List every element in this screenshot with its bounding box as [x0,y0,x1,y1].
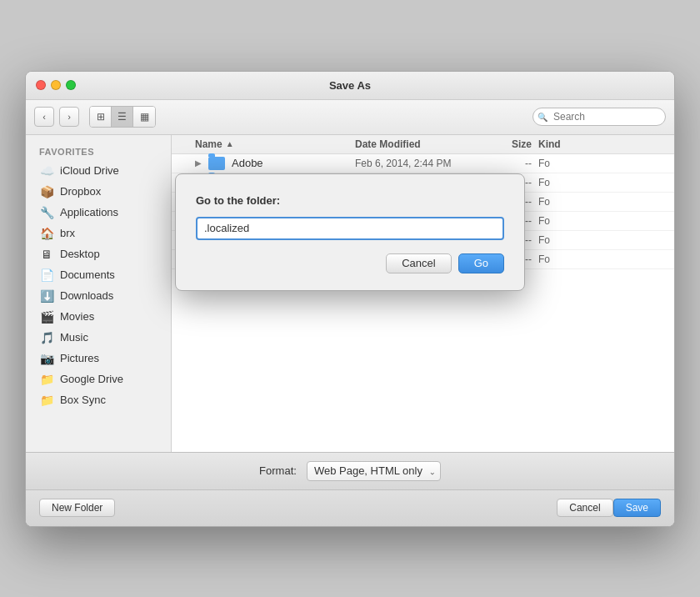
col-header-date[interactable]: Date Modified [355,138,488,150]
sidebar-section-label: Favorites [26,143,171,160]
goto-folder-modal: Go to the folder: Cancel Go [175,173,525,291]
format-select[interactable]: Web Page, HTML onlyWeb Page, CompleteWeb… [307,461,441,481]
sidebar-item-label: Movies [60,310,94,323]
sidebar-item-label: Downloads [60,289,113,302]
sidebar-icon: 📄 [39,268,54,283]
search-wrap [532,108,666,126]
minimize-button[interactable] [51,80,61,90]
list-view-button[interactable]: ☰ [112,107,133,127]
file-name: ▶ Adobe [172,157,355,170]
titlebar: Save As [26,72,674,100]
sidebar-item-brx[interactable]: 🏠 brx [29,223,168,243]
folder-path-input[interactable] [196,217,504,240]
sidebar-item-label: brx [60,227,75,239]
sidebar-item-label: Box Sync [60,394,106,406]
sidebar-item-label: Desktop [60,248,100,260]
sidebar-item-desktop[interactable]: 🖥 Desktop [29,244,168,264]
file-kind: Fo [538,177,588,188]
search-input[interactable] [532,108,666,126]
format-bar: Format: Web Page, HTML onlyWeb Page, Com… [26,452,674,489]
sidebar-item-pictures[interactable]: 📷 Pictures [29,349,168,369]
format-label: Format: [259,464,297,477]
sidebar-item-label: iCloud Drive [60,164,119,177]
format-select-wrap: Web Page, HTML onlyWeb Page, CompleteWeb… [307,461,441,481]
file-date: Feb 6, 2014, 2:44 PM [355,158,488,169]
sidebar-icon: ☁️ [39,163,54,178]
view-buttons: ⊞ ☰ ▦ [89,106,156,128]
cancel-button[interactable]: Cancel [557,499,612,517]
sidebar: Favorites ☁️ iCloud Drive 📦 Dropbox 🔧 Ap… [26,135,172,452]
table-row[interactable]: ▶ Adobe Feb 6, 2014, 2:44 PM -- Fo [172,154,674,173]
sidebar-icon: 📦 [39,184,54,199]
sidebar-item-label: Pictures [60,352,99,364]
col-header-kind[interactable]: Kind [538,138,588,150]
new-folder-button[interactable]: New Folder [39,499,115,517]
sort-arrow: ▲ [226,139,234,148]
file-kind: Fo [538,196,588,208]
file-kind: Fo [538,253,588,265]
file-list-header: Name ▲ Date Modified Size Kind [172,135,674,154]
sidebar-item-movies[interactable]: 🎬 Movies [29,307,168,327]
sidebar-item-label: Music [60,331,88,344]
back-button[interactable]: ‹ [34,107,54,127]
column-view-button[interactable]: ▦ [133,107,155,127]
modal-cancel-button[interactable]: Cancel [386,253,451,273]
sidebar-item-label: Google Drive [60,373,123,385]
save-as-window: Save As ‹ › ⊞ ☰ ▦ Favorites ☁️ iCloud Dr… [25,71,675,527]
sidebar-icon: 📷 [39,351,54,366]
sidebar-icon: 🎵 [39,330,54,345]
sidebar-item-dropbox[interactable]: 📦 Dropbox [29,182,168,202]
sidebar-icon: 🏠 [39,226,54,241]
close-button[interactable] [36,80,46,90]
sidebar-icon: 📁 [39,372,54,387]
save-button[interactable]: Save [613,499,661,517]
sidebar-item-label: Dropbox [60,185,101,198]
toolbar: ‹ › ⊞ ☰ ▦ [26,100,674,135]
sidebar-item-applications[interactable]: 🔧 Applications [29,203,168,223]
modal-go-button[interactable]: Go [458,253,504,273]
sidebar-item-documents[interactable]: 📄 Documents [29,265,168,285]
file-size: -- [488,158,538,169]
sidebar-icon: 🔧 [39,205,54,220]
sidebar-item-label: Documents [60,268,115,281]
sidebar-item-downloads[interactable]: ⬇️ Downloads [29,286,168,306]
sidebar-item-icloud-drive[interactable]: ☁️ iCloud Drive [29,161,168,181]
traffic-lights [36,80,76,90]
modal-title: Go to the folder: [196,194,504,207]
sidebar-icon: ⬇️ [39,288,54,304]
file-kind: Fo [538,215,588,227]
file-kind: Fo [538,158,588,169]
sidebar-icon: 🎬 [39,309,54,324]
sidebar-item-music[interactable]: 🎵 Music [29,328,168,348]
icon-view-button[interactable]: ⊞ [90,107,112,127]
col-header-size[interactable]: Size [488,138,538,150]
maximize-button[interactable] [66,80,76,90]
sidebar-item-google-drive[interactable]: 📁 Google Drive [29,369,168,389]
sidebar-item-label: Applications [60,206,118,218]
file-kind: Fo [538,234,588,246]
window-title: Save As [329,79,371,92]
forward-button[interactable]: › [59,107,79,127]
sidebar-item-box-sync[interactable]: 📁 Box Sync [29,390,168,410]
sidebar-icon: 📁 [39,393,54,408]
col-header-name[interactable]: Name ▲ [172,138,355,150]
folder-icon [208,157,225,170]
sidebar-icon: 🖥 [39,247,54,262]
expand-arrow[interactable]: ▶ [195,158,205,168]
footer: New Folder Cancel Save [26,489,674,526]
modal-buttons: Cancel Go [196,253,504,273]
